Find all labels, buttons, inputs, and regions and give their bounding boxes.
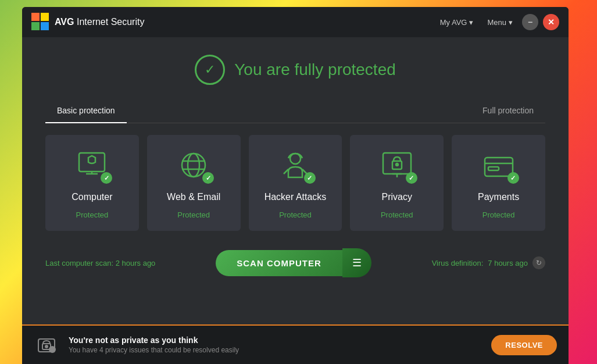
last-scan-info: Last computer scan: 2 hours ago xyxy=(45,259,155,267)
svg-text:i: i xyxy=(51,348,52,353)
banner-text-content: You're not as private as you think You h… xyxy=(69,336,482,354)
privacy-card-status: Protected xyxy=(381,210,413,219)
avg-logo-icon xyxy=(31,13,50,31)
scan-computer-button[interactable]: SCAN COMPUTER xyxy=(216,250,342,276)
tab-spacer xyxy=(127,101,471,123)
payments-card-title: Payments xyxy=(478,192,519,202)
card-payments[interactable]: ✓ Payments Protected xyxy=(452,135,545,231)
title-bar-controls: My AVG ▾ Menu ▾ − ✕ xyxy=(435,14,559,30)
web-email-icon: ✓ xyxy=(173,149,214,184)
payments-check-badge: ✓ xyxy=(507,172,519,184)
svg-rect-0 xyxy=(31,13,40,21)
web-email-card-status: Protected xyxy=(177,210,210,219)
svg-rect-3 xyxy=(41,22,49,30)
status-header: ✓ You are fully protected xyxy=(195,55,396,85)
card-privacy[interactable]: ✓ Privacy Protected xyxy=(350,135,444,231)
privacy-card-title: Privacy xyxy=(382,192,412,202)
scan-section: Last computer scan: 2 hours ago SCAN COM… xyxy=(45,248,545,277)
main-content: ✓ You are fully protected Basic protecti… xyxy=(22,37,569,350)
hacker-card-title: Hacker Attacks xyxy=(264,192,327,202)
app-window: AVG Internet Security My AVG ▾ Menu ▾ − … xyxy=(22,7,569,350)
scan-options-button[interactable]: ☰ xyxy=(342,248,371,277)
resolve-button[interactable]: RESOLVE xyxy=(491,335,557,355)
svg-point-16 xyxy=(396,163,398,166)
tab-basic-protection[interactable]: Basic protection xyxy=(45,101,127,123)
svg-point-25 xyxy=(49,346,56,353)
bottom-banner: i You're not as private as you think You… xyxy=(22,324,569,364)
hacker-attacks-icon: ✓ xyxy=(275,149,316,184)
payments-icon: ✓ xyxy=(478,149,519,184)
privacy-icon: ✓ xyxy=(377,149,417,184)
my-avg-button[interactable]: My AVG ▾ xyxy=(435,16,478,29)
hacker-check-badge: ✓ xyxy=(304,172,316,184)
chevron-down-icon-menu: ▾ xyxy=(509,18,513,27)
web-email-card-title: Web & Email xyxy=(167,192,220,202)
menu-button[interactable]: Menu ▾ xyxy=(482,16,517,29)
privacy-check-badge: ✓ xyxy=(406,172,417,184)
svg-point-24 xyxy=(45,345,48,348)
payments-card-status: Protected xyxy=(482,210,515,219)
logo-text: AVG Internet Security xyxy=(55,17,144,27)
minimize-button[interactable]: − xyxy=(522,14,538,30)
card-web-email[interactable]: ✓ Web & Email Protected xyxy=(147,135,241,231)
scan-button-group: SCAN COMPUTER ☰ xyxy=(216,248,371,277)
computer-card-status: Protected xyxy=(76,210,109,219)
card-hacker-attacks[interactable]: ✓ Hacker Attacks Protected xyxy=(249,135,342,231)
svg-point-7 xyxy=(182,154,205,177)
hacker-card-status: Protected xyxy=(279,210,312,219)
status-text: You are fully protected xyxy=(234,60,396,79)
status-circle: ✓ xyxy=(195,55,225,85)
web-email-check-badge: ✓ xyxy=(202,172,214,184)
banner-subtitle: You have 4 privacy issues that could be … xyxy=(69,346,482,354)
computer-check-badge: ✓ xyxy=(101,172,112,184)
protection-tabs: Basic protection Full protection xyxy=(45,101,545,123)
computer-icon: ✓ xyxy=(72,149,112,184)
svg-rect-21 xyxy=(488,167,499,170)
title-bar: AVG Internet Security My AVG ▾ Menu ▾ − … xyxy=(22,7,569,37)
card-computer[interactable]: ✓ Computer Protected xyxy=(45,135,139,231)
privacy-banner-icon: i xyxy=(34,332,59,358)
close-button[interactable]: ✕ xyxy=(543,14,559,30)
refresh-virus-def-button[interactable]: ↻ xyxy=(532,256,545,269)
virus-definition-info: Virus definition: 7 hours ago ↻ xyxy=(432,256,545,269)
tab-full-protection[interactable]: Full protection xyxy=(471,101,545,123)
chevron-down-icon: ▾ xyxy=(469,18,473,27)
computer-card-title: Computer xyxy=(72,192,112,202)
svg-rect-2 xyxy=(31,22,40,30)
scan-list-icon: ☰ xyxy=(352,256,362,269)
svg-point-8 xyxy=(188,154,199,177)
checkmark-icon: ✓ xyxy=(205,62,215,77)
cards-grid: ✓ Computer Protected ✓ Web & Email xyxy=(45,135,545,231)
banner-title: You're not as private as you think xyxy=(69,336,482,345)
logo: AVG Internet Security xyxy=(31,13,144,31)
svg-rect-1 xyxy=(41,13,49,21)
